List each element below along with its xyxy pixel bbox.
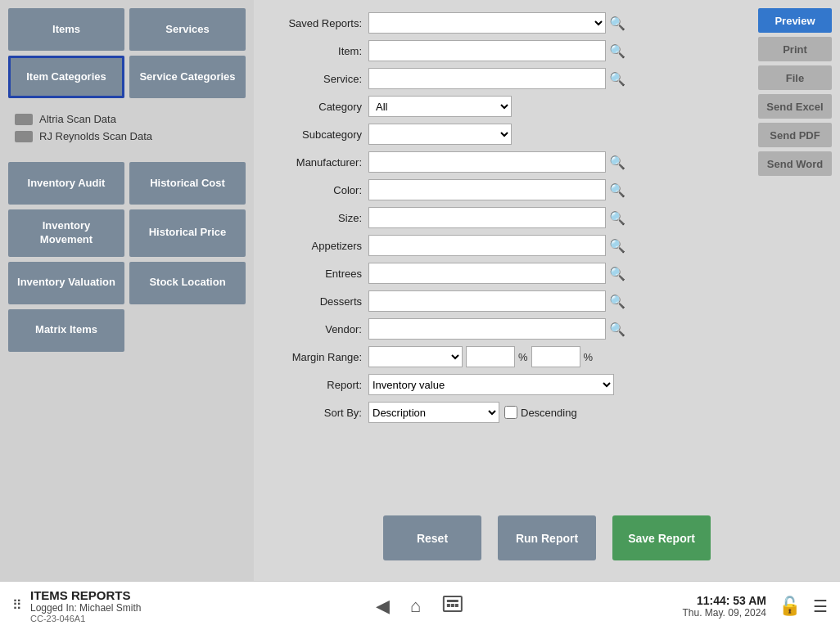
item-search-button[interactable]: 🔍	[609, 43, 625, 59]
margin-range-select[interactable]: Between Greater than Less than	[368, 346, 463, 367]
appetizers-label: Appetizers	[270, 240, 368, 252]
bottom-nav-grid: Inventory Audit Historical Cost Inventor…	[8, 162, 246, 352]
color-search-button[interactable]: 🔍	[609, 182, 625, 198]
status-right: 11:44: 53 AM Thu. May. 09, 2024 🔓 ☰	[682, 594, 828, 619]
sidebar-item-stock-location[interactable]: Stock Location	[129, 262, 246, 304]
run-report-button[interactable]: Run Report	[498, 515, 596, 560]
send-pdf-button[interactable]: Send PDF	[758, 123, 832, 147]
status-info: ITEMS REPORTS Logged In: Michael Smith C…	[30, 588, 141, 623]
print-button[interactable]: Print	[758, 37, 832, 61]
entrees-input[interactable]	[368, 263, 606, 284]
color-label: Color:	[270, 184, 368, 196]
scan-icon-rj	[15, 131, 33, 142]
descending-checkbox[interactable]	[504, 406, 517, 419]
manufacturer-row: Manufacturer: 🔍	[270, 151, 824, 173]
nav-register-button[interactable]	[441, 592, 464, 620]
margin-range-row: Margin Range: Between Greater than Less …	[270, 346, 824, 367]
appetizers-input[interactable]	[368, 235, 606, 256]
desserts-search-button[interactable]: 🔍	[609, 294, 625, 309]
manufacturer-search-button[interactable]: 🔍	[609, 155, 625, 170]
sidebar-item-services[interactable]: Services	[129, 8, 246, 51]
preview-button[interactable]: Preview	[758, 8, 832, 33]
item-input[interactable]	[368, 40, 606, 61]
vendor-label: Vendor:	[270, 323, 368, 335]
sidebar-item-service-categories[interactable]: Service Categories	[129, 56, 246, 98]
appetizers-search-button[interactable]: 🔍	[609, 238, 625, 254]
top-nav-grid: Items Services Item Categories Service C…	[8, 8, 246, 98]
scan-icon-altria	[15, 114, 33, 125]
item-row: Item: 🔍	[270, 40, 824, 61]
saved-reports-label: Saved Reports:	[270, 17, 368, 29]
size-label: Size:	[270, 212, 368, 224]
rj-scan-label: RJ Reynolds Scan Data	[39, 130, 152, 142]
margin-percent-1: %	[518, 351, 528, 363]
sidebar-item-item-categories[interactable]: Item Categories	[8, 56, 124, 98]
margin-to-input[interactable]	[531, 346, 580, 367]
altria-scan-label: Altria Scan Data	[39, 113, 116, 125]
size-input[interactable]	[368, 207, 606, 228]
saved-reports-select[interactable]	[368, 12, 606, 34]
sort-by-row: Sort By: Description Item Code Category …	[270, 402, 824, 423]
nav-home-button[interactable]: ⌂	[410, 596, 421, 617]
send-excel-button[interactable]: Send Excel	[758, 94, 832, 119]
reset-button[interactable]: Reset	[383, 515, 481, 560]
sort-by-select[interactable]: Description Item Code Category Vendor	[368, 402, 499, 423]
menu-icon[interactable]: ☰	[813, 596, 828, 616]
status-left: ⠿	[12, 597, 22, 614]
sidebar-item-matrix-items[interactable]: Matrix Items	[8, 309, 124, 352]
nav-back-button[interactable]: ◀	[376, 596, 390, 617]
sidebar: Items Services Item Categories Service C…	[0, 0, 254, 581]
service-label: Service:	[270, 73, 368, 85]
service-search-button[interactable]: 🔍	[609, 71, 625, 87]
time-display: 11:44: 53 AM	[682, 594, 766, 607]
vendor-search-button[interactable]: 🔍	[609, 322, 625, 337]
send-word-button[interactable]: Send Word	[758, 151, 832, 176]
size-row: Size: 🔍	[270, 207, 824, 228]
desserts-label: Desserts	[270, 295, 368, 308]
form-area: Saved Reports: 🔍 Item: 🔍 Service: 🔍 Cate…	[270, 12, 824, 423]
saved-reports-search-button[interactable]: 🔍	[609, 16, 625, 31]
color-input[interactable]	[368, 179, 606, 200]
vendor-input[interactable]	[368, 318, 606, 340]
size-search-button[interactable]: 🔍	[609, 210, 625, 226]
report-select[interactable]: Inventory value Inventory cost Inventory…	[368, 374, 614, 395]
desserts-input[interactable]	[368, 290, 606, 312]
service-input[interactable]	[368, 68, 606, 89]
status-code: CC-23-046A1	[30, 614, 141, 623]
file-button[interactable]: File	[758, 65, 832, 90]
sidebar-item-historical-price[interactable]: Historical Price	[129, 209, 246, 257]
entrees-row: Entrees 🔍	[270, 263, 824, 284]
sidebar-item-items[interactable]: Items	[8, 8, 124, 51]
sidebar-item-inventory-movement[interactable]: Inventory Movement	[8, 209, 124, 257]
right-panel: Preview Print File Send Excel Send PDF S…	[758, 8, 832, 176]
status-nav: ◀ ⌂	[376, 592, 464, 620]
save-report-button[interactable]: Save Report	[612, 515, 711, 560]
lock-icon[interactable]: 🔓	[779, 596, 801, 617]
status-logged-in: Logged In: Michael Smith	[30, 602, 141, 614]
sidebar-item-inventory-valuation[interactable]: Inventory Valuation	[8, 262, 124, 304]
status-bar: ⠿ ITEMS REPORTS Logged In: Michael Smith…	[0, 581, 840, 630]
entrees-search-button[interactable]: 🔍	[609, 266, 625, 281]
manufacturer-label: Manufacturer:	[270, 156, 368, 169]
category-select[interactable]: All Category 1 Category 2	[368, 96, 512, 117]
margin-range-group: Between Greater than Less than % %	[368, 346, 593, 367]
appetizers-row: Appetizers 🔍	[270, 235, 824, 256]
category-label: Category	[270, 101, 368, 113]
descending-label: Descending	[504, 406, 577, 419]
svg-rect-4	[455, 604, 458, 607]
dots-icon[interactable]: ⠿	[12, 597, 22, 613]
sidebar-item-inventory-audit[interactable]: Inventory Audit	[8, 162, 124, 205]
sidebar-item-historical-cost[interactable]: Historical Cost	[129, 162, 246, 205]
manufacturer-input[interactable]	[368, 151, 606, 173]
desserts-row: Desserts 🔍	[270, 290, 824, 312]
item-label: Item:	[270, 45, 368, 57]
sort-row-group: Description Item Code Category Vendor De…	[368, 402, 577, 423]
vendor-row: Vendor: 🔍	[270, 318, 824, 340]
main-content: Saved Reports: 🔍 Item: 🔍 Service: 🔍 Cate…	[254, 0, 840, 581]
subcategory-select[interactable]	[368, 124, 512, 145]
category-row: Category All Category 1 Category 2	[270, 96, 824, 117]
margin-from-input[interactable]	[466, 346, 515, 367]
report-label: Report:	[270, 379, 368, 391]
descending-text: Descending	[521, 407, 577, 419]
status-title: ITEMS REPORTS	[30, 588, 141, 602]
